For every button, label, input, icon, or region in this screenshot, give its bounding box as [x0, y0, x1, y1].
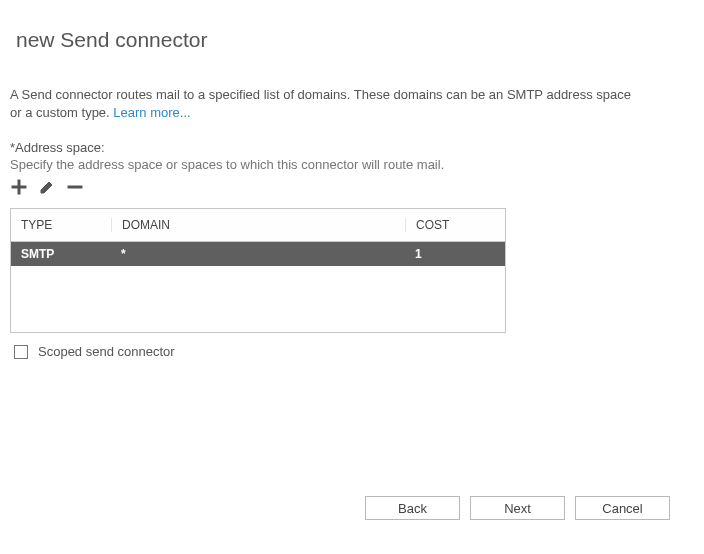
learn-more-link[interactable]: Learn more...: [113, 105, 190, 120]
add-icon[interactable]: [10, 178, 28, 196]
scoped-connector-label: Scoped send connector: [38, 344, 175, 359]
address-space-grid: TYPE DOMAIN COST SMTP * 1: [10, 208, 506, 333]
wizard-footer: Back Next Cancel: [365, 496, 670, 520]
address-space-toolbar: [10, 178, 84, 196]
address-space-label: *Address space:: [10, 140, 105, 155]
grid-body: SMTP * 1: [11, 242, 505, 332]
cell-type: SMTP: [11, 247, 111, 261]
svg-rect-1: [12, 186, 26, 188]
cell-domain: *: [111, 247, 405, 261]
scoped-connector-row: Scoped send connector: [14, 344, 175, 359]
cell-cost: 1: [405, 247, 505, 261]
next-button[interactable]: Next: [470, 496, 565, 520]
edit-icon[interactable]: [38, 178, 56, 196]
back-button[interactable]: Back: [365, 496, 460, 520]
column-header-domain: DOMAIN: [111, 218, 405, 232]
description-text: A Send connector routes mail to a specif…: [10, 87, 631, 120]
cancel-button[interactable]: Cancel: [575, 496, 670, 520]
column-header-cost: COST: [405, 218, 505, 232]
column-header-type: TYPE: [11, 218, 111, 232]
address-space-hint: Specify the address space or spaces to w…: [10, 157, 444, 172]
table-row[interactable]: SMTP * 1: [11, 242, 505, 266]
remove-icon[interactable]: [66, 178, 84, 196]
scoped-connector-checkbox[interactable]: [14, 345, 28, 359]
description: A Send connector routes mail to a specif…: [10, 86, 644, 122]
grid-header: TYPE DOMAIN COST: [11, 209, 505, 242]
page-title: new Send connector: [16, 28, 207, 52]
svg-rect-2: [68, 186, 82, 188]
